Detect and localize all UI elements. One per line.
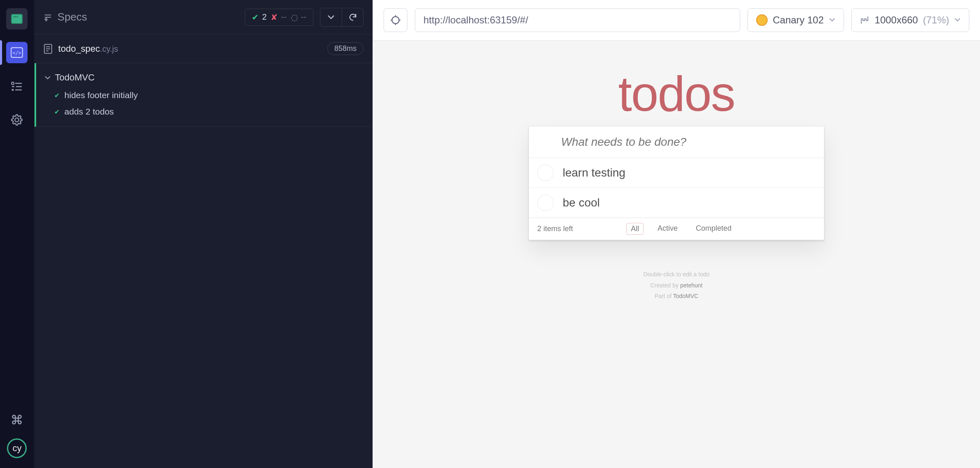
ruler-icon (860, 15, 870, 25)
todo-item: be cool (529, 188, 824, 218)
reporter-panel: Specs ✔2 ✘-- ◌-- todo_spec (35, 0, 373, 468)
test-row[interactable]: ✔ hides footer initially (36, 87, 373, 103)
back-arrow-icon (44, 13, 53, 22)
svg-rect-0 (12, 14, 22, 23)
runs-icon (11, 82, 23, 91)
todomvc-link[interactable]: TodoMVC (673, 293, 698, 299)
browser-name: Canary 102 (773, 14, 824, 26)
test-row[interactable]: ✔ adds 2 todos (36, 103, 373, 120)
todo-label[interactable]: be cool (563, 196, 600, 209)
check-icon: ✔ (54, 92, 60, 99)
nav-settings[interactable] (6, 109, 28, 131)
specs-label: Specs (58, 11, 87, 23)
test-stats: ✔2 ✘-- ◌-- (245, 9, 313, 26)
viewport-scale: (71%) (923, 14, 949, 26)
toggle-complete[interactable] (537, 195, 554, 211)
pending-icon: ◌ (291, 12, 298, 22)
project-picker[interactable] (6, 8, 28, 30)
new-todo-input[interactable] (529, 126, 824, 158)
chevron-down-icon (327, 15, 335, 20)
selector-playground-button[interactable] (384, 8, 407, 32)
nav-specs[interactable]: </> (6, 42, 28, 63)
crosshair-icon (390, 15, 401, 25)
check-icon: ✔ (54, 108, 60, 116)
suite-toggle[interactable]: TodoMVC (36, 68, 373, 87)
browser-picker[interactable]: Canary 102 (748, 8, 844, 32)
todos-heading: todos (529, 65, 824, 122)
test-title: adds 2 todos (64, 107, 114, 117)
toggle-complete[interactable] (537, 165, 554, 181)
todo-label[interactable]: learn testing (563, 166, 626, 179)
test-title: hides footer initially (64, 90, 138, 100)
cypress-logo-text: cy (12, 443, 21, 454)
items-left: 2 items left (537, 225, 573, 233)
cypress-logo[interactable]: cy (7, 438, 27, 458)
svg-text:</>: </> (13, 50, 22, 56)
keyboard-shortcuts[interactable] (6, 409, 28, 430)
spec-file-row[interactable]: todo_spec.cy.js 858ms (35, 34, 373, 63)
test-suite: TodoMVC ✔ hides footer initially ✔ adds … (35, 63, 373, 127)
todo-item: learn testing (529, 158, 824, 188)
gear-icon (11, 114, 23, 126)
spec-file-name: todo_spec.cy.js (58, 44, 118, 54)
passed-count: 2 (262, 12, 267, 22)
run-controls (320, 8, 363, 27)
svg-point-16 (392, 16, 399, 23)
info-hint: Double-click to edit a todo (529, 269, 824, 280)
app-iframe: todos learn testing be cool (385, 65, 968, 452)
x-icon: ✘ (271, 12, 278, 22)
filter-completed[interactable]: Completed (692, 223, 736, 235)
svg-point-6 (12, 82, 14, 85)
file-icon (44, 44, 53, 54)
options-dropdown[interactable] (320, 8, 342, 26)
todoapp: learn testing be cool 2 items left All A… (529, 126, 824, 240)
url-text: http://localhost:63159/#/ (423, 14, 528, 26)
pending-count: -- (301, 12, 306, 22)
viewport-picker[interactable]: 1000x660 (71%) (851, 8, 969, 32)
specs-icon: </> (11, 47, 23, 58)
chevron-down-icon (44, 74, 51, 81)
author-link[interactable]: petehunt (680, 282, 703, 289)
svg-point-2 (15, 16, 16, 18)
svg-point-10 (12, 89, 14, 91)
suite-title: TodoMVC (55, 72, 95, 83)
filter-all[interactable]: All (626, 223, 644, 235)
failed-count: -- (281, 12, 286, 22)
chevron-down-icon (829, 18, 835, 23)
refresh-icon (348, 13, 357, 22)
svg-point-3 (17, 16, 18, 18)
url-bar[interactable]: http://localhost:63159/#/ (415, 8, 740, 32)
viewport-size: 1000x660 (875, 14, 918, 26)
window-icon (11, 14, 23, 24)
check-icon: ✔ (252, 12, 259, 22)
app-footer-info: Double-click to edit a todo Created by p… (529, 269, 824, 302)
filter-active[interactable]: Active (653, 223, 682, 235)
rerun-button[interactable] (342, 8, 363, 26)
svg-point-1 (14, 16, 15, 18)
chrome-canary-icon (756, 14, 768, 26)
chevron-down-icon (954, 18, 961, 23)
application-under-test: http://localhost:63159/#/ Canary 102 100… (373, 0, 980, 468)
back-to-specs[interactable]: Specs (44, 11, 87, 23)
nav-runs[interactable] (6, 76, 28, 97)
spec-duration: 858ms (327, 42, 363, 55)
command-icon (11, 414, 23, 425)
